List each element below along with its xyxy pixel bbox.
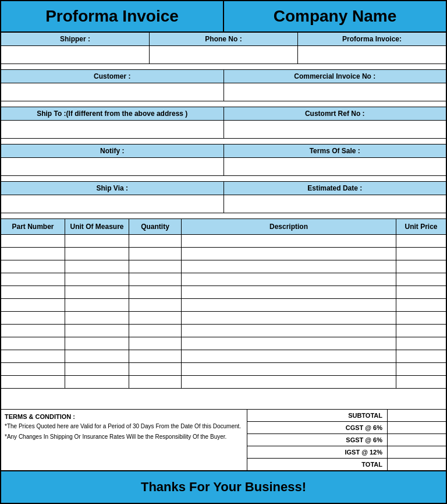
ship-via-cell: Ship Via : xyxy=(1,182,224,213)
col-header-quantity: Quantity xyxy=(129,219,182,234)
table-row xyxy=(1,248,446,260)
td-qty xyxy=(129,299,182,311)
proforma-label: Proforma Invoice: xyxy=(298,33,446,46)
divider-5 xyxy=(1,213,446,219)
td-price xyxy=(396,363,446,375)
table-row xyxy=(1,312,446,325)
notify-row: Notify : Terms Of Sale : xyxy=(1,144,446,176)
shipper-label: Shipper : xyxy=(1,33,149,46)
line-items-table: Part Number Unit Of Measure Quantity Des… xyxy=(1,219,446,410)
td-part xyxy=(1,337,65,350)
td-qty xyxy=(129,273,182,286)
td-uom xyxy=(65,235,129,247)
td-uom xyxy=(65,337,129,350)
table-row xyxy=(1,286,446,299)
proforma-cell: Proforma Invoice: xyxy=(298,33,446,64)
td-qty xyxy=(129,248,182,260)
td-qty xyxy=(129,363,182,375)
estimated-date-label: Estimated Date : xyxy=(224,182,446,195)
table-row xyxy=(1,260,446,273)
td-part xyxy=(1,286,65,298)
terms-line1: *The Prices Quoted here are Valid for a … xyxy=(5,422,243,431)
td-uom xyxy=(65,376,129,388)
td-price xyxy=(396,273,446,286)
td-desc xyxy=(182,350,396,362)
td-part xyxy=(1,312,65,324)
td-part xyxy=(1,260,65,273)
terms-of-sale-cell: Terms Of Sale : xyxy=(224,144,446,175)
thanks-footer: Thanks For Your Business! xyxy=(1,471,446,503)
table-row xyxy=(1,363,446,376)
col-header-unit-price: Unit Price xyxy=(396,219,446,234)
company-name-section: Company Name xyxy=(224,1,446,31)
shipper-value xyxy=(1,46,149,64)
subtotal-row: SUBTOTAL xyxy=(247,410,446,422)
total-row: TOTAL xyxy=(247,459,446,470)
td-price xyxy=(396,350,446,362)
td-part xyxy=(1,299,65,311)
td-price xyxy=(396,260,446,273)
td-desc xyxy=(182,286,396,298)
subtotal-label: SUBTOTAL xyxy=(247,410,388,421)
terms-box: TERMS & CONDITION : *The Prices Quoted h… xyxy=(1,410,247,470)
td-part xyxy=(1,273,65,286)
td-uom xyxy=(65,286,129,298)
igst-label: IGST @ 12% xyxy=(247,446,388,458)
phone-cell: Phone No : xyxy=(150,33,298,64)
proforma-value xyxy=(298,46,446,64)
td-part xyxy=(1,235,65,247)
td-qty xyxy=(129,337,182,350)
table-row xyxy=(1,325,446,337)
col-header-part-number: Part Number xyxy=(1,219,65,234)
col-header-description: Description xyxy=(182,219,396,234)
cgst-row: CGST @ 6% xyxy=(247,422,446,434)
td-price xyxy=(396,235,446,247)
invoice-title-section: Proforma Invoice xyxy=(1,1,224,31)
td-qty xyxy=(129,325,182,337)
commercial-invoice-cell: Commercial Invoice No : xyxy=(224,70,446,101)
td-qty xyxy=(129,235,182,247)
td-uom xyxy=(65,350,129,362)
td-desc xyxy=(182,363,396,375)
td-price xyxy=(396,299,446,311)
sgst-row: SGST @ 6% xyxy=(247,434,446,446)
total-value xyxy=(388,459,446,470)
td-qty xyxy=(129,350,182,362)
td-desc xyxy=(182,299,396,311)
sgst-label: SGST @ 6% xyxy=(247,434,388,446)
table-row xyxy=(1,350,446,363)
ship-to-cell: Ship To :(If different from the above ad… xyxy=(1,107,224,138)
table-row xyxy=(1,299,446,312)
td-desc xyxy=(182,337,396,350)
td-desc xyxy=(182,312,396,324)
td-qty xyxy=(129,260,182,273)
divider-4 xyxy=(1,176,446,182)
td-qty xyxy=(129,312,182,324)
igst-row: IGST @ 12% xyxy=(247,446,446,459)
ship-via-row: Ship Via : Estimated Date : xyxy=(1,182,446,213)
td-part xyxy=(1,376,65,388)
shipper-cell: Shipper : xyxy=(1,33,150,64)
commercial-invoice-label: Commercial Invoice No : xyxy=(224,70,446,83)
divider-1 xyxy=(1,64,446,70)
ship-to-row: Ship To :(If different from the above ad… xyxy=(1,107,446,139)
ship-via-value xyxy=(1,195,224,213)
td-desc xyxy=(182,235,396,247)
divider-3 xyxy=(1,139,446,144)
td-part xyxy=(1,325,65,337)
td-part xyxy=(1,363,65,375)
igst-value xyxy=(388,446,446,458)
td-desc xyxy=(182,273,396,286)
td-desc xyxy=(182,376,396,388)
invoice-title: Proforma Invoice xyxy=(45,7,179,25)
td-uom xyxy=(65,363,129,375)
sgst-value xyxy=(388,434,446,446)
customer-value xyxy=(1,83,224,101)
col-header-uom: Unit Of Measure xyxy=(65,219,129,234)
company-name: Company Name xyxy=(274,7,397,25)
customer-row: Customer : Commercial Invoice No : xyxy=(1,70,446,101)
cgst-value xyxy=(388,422,446,433)
estimated-date-cell: Estimated Date : xyxy=(224,182,446,213)
td-uom xyxy=(65,325,129,337)
ship-to-label: Ship To :(If different from the above ad… xyxy=(1,107,224,121)
